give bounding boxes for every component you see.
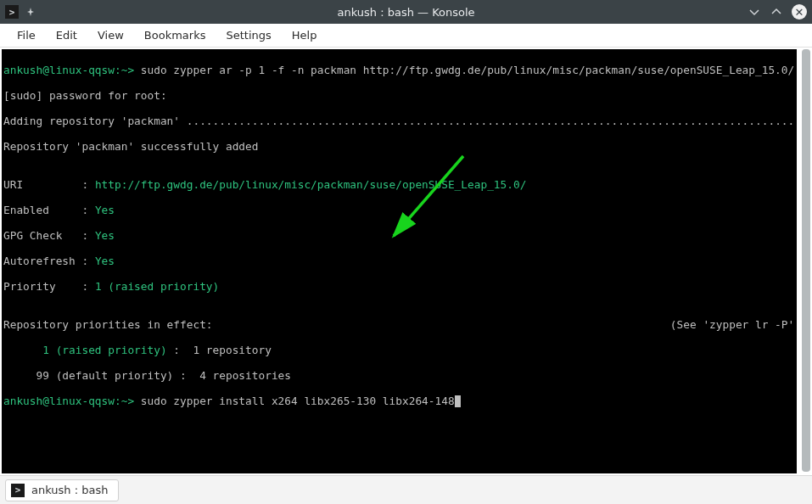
window-title: ankush : bash — Konsole — [337, 6, 474, 19]
tabbar: > ankush : bash — [0, 475, 812, 504]
svg-line-0 — [394, 156, 463, 236]
terminal-text: Enabled : — [3, 204, 95, 216]
prompt: ankush@linux-qqsw:~> — [3, 395, 134, 407]
cursor-icon — [455, 395, 461, 407]
terminal-text — [3, 344, 42, 356]
terminal-text: sudo zypper install x264 libx265-130 lib… — [134, 395, 455, 407]
menu-file[interactable]: File — [7, 25, 46, 45]
terminal-text: sudo zypper ar -p 1 -f -n packman http:/… — [134, 64, 797, 76]
terminal-text: http://ftp.gwdg.de/pub/linux/misc/packma… — [95, 178, 527, 191]
terminal-text: Repository priorities in effect: — [3, 318, 213, 331]
scrollbar-thumb[interactable] — [802, 49, 810, 472]
konsole-icon: > — [5, 5, 19, 19]
pin-icon[interactable] — [25, 7, 36, 17]
terminal-text: : 1 repository — [173, 344, 272, 356]
terminal-text: Yes — [95, 255, 115, 267]
terminal-text: GPG Check : — [3, 229, 95, 242]
titlebar-left: > — [5, 5, 36, 19]
menu-edit[interactable]: Edit — [46, 25, 87, 45]
terminal-text: 99 (default priority) : 4 repositories — [3, 369, 797, 382]
terminal-text: 1 (raised priority) — [95, 280, 219, 293]
terminal-text: Repository 'packman' successfully added — [3, 140, 797, 153]
close-button[interactable]: ✕ — [792, 4, 807, 20]
terminal-text: URI : — [3, 178, 95, 191]
tab-label: ankush : bash — [31, 484, 108, 496]
terminal[interactable]: ankush@linux-qqsw:~> sudo zypper ar -p 1… — [2, 49, 797, 473]
window-controls: ✕ — [748, 4, 807, 20]
terminal-text: [done] — [794, 115, 797, 127]
titlebar: > ankush : bash — Konsole ✕ — [0, 0, 812, 24]
terminal-text: 1 (raised priority) — [42, 344, 173, 356]
tab-terminal[interactable]: > ankush : bash — [5, 479, 119, 501]
terminal-text: Autorefresh : — [3, 255, 95, 267]
terminal-text: Adding repository 'packman' — [3, 115, 187, 127]
menu-view[interactable]: View — [87, 25, 134, 45]
prompt: ankush@linux-qqsw:~> — [3, 64, 134, 76]
menu-settings[interactable]: Settings — [216, 25, 281, 45]
terminal-text: Yes — [95, 204, 115, 216]
terminal-text: [sudo] password for root: — [3, 89, 797, 102]
menu-bookmarks[interactable]: Bookmarks — [134, 25, 216, 45]
terminal-text: Priority : — [3, 280, 95, 293]
konsole-icon: > — [11, 484, 25, 497]
scrollbar[interactable] — [800, 48, 812, 475]
menubar: File Edit View Bookmarks Settings Help — [0, 24, 812, 48]
terminal-text: Yes — [95, 229, 115, 242]
minimize-button[interactable] — [748, 5, 761, 19]
terminal-container: ankush@linux-qqsw:~> sudo zypper ar -p 1… — [0, 48, 812, 475]
terminal-text: ........................................… — [187, 115, 795, 127]
terminal-text: (See 'zypper lr -P' for details) — [213, 318, 797, 331]
menu-help[interactable]: Help — [282, 25, 328, 45]
maximize-button[interactable] — [770, 5, 783, 19]
